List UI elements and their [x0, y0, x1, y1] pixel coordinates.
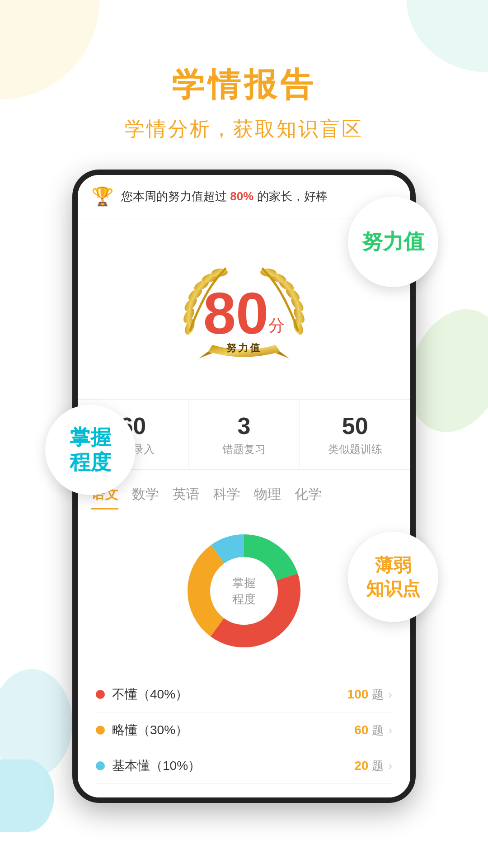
trophy-icon: 🏆 — [91, 186, 114, 207]
stat-label-1: 错题复习 — [193, 442, 295, 457]
badge-mastery-text: 掌握程度 — [70, 425, 111, 475]
subject-tabs[interactable]: 语文 数学 英语 科学 物理 化学 — [78, 474, 410, 509]
badge-effort-text: 努力值 — [362, 229, 424, 254]
legend-arrow-2: › — [388, 759, 392, 773]
subject-tab-english[interactable]: 英语 — [173, 485, 200, 509]
subject-tab-physics[interactable]: 物理 — [254, 485, 281, 509]
stat-item-wrong-review: 3 错题复习 — [189, 400, 300, 469]
legend-label-0: 不懂（40%） — [112, 686, 347, 703]
legend-dot-2 — [96, 761, 105, 770]
notif-percent: 80% — [230, 189, 253, 203]
phone-container: 努力值 掌握程度 薄弱知识点 🏆 您本周的努力值超过 80% 的家长，好棒 — [59, 170, 429, 803]
subject-tab-science[interactable]: 科学 — [213, 485, 240, 509]
notification-text: 您本周的努力值超过 80% 的家长，好棒 — [121, 189, 328, 204]
laurel-container: 努力值 80分 — [158, 236, 330, 381]
score-display: 80分 — [203, 284, 285, 343]
legend-unit-2: 题 — [372, 758, 384, 774]
legend-unit-1: 题 — [372, 722, 384, 738]
legend-count-1: 60 — [354, 723, 368, 737]
donut-center-label: 掌握程度 — [232, 575, 256, 608]
legend-count-2: 20 — [354, 759, 368, 773]
header: 学情报告 学情分析，获取知识盲区 — [0, 0, 488, 142]
legend-item-2[interactable]: 基本懂（10%） 20 题 › — [96, 748, 392, 784]
badge-mastery: 掌握程度 — [45, 405, 136, 495]
bg-decoration-bottom-left2 — [0, 760, 54, 832]
legend-label-1: 略懂（30%） — [112, 722, 354, 739]
stat-label-2: 类似题训练 — [304, 442, 406, 457]
legend-label-2: 基本懂（10%） — [112, 757, 354, 774]
page-subtitle: 学情分析，获取知识盲区 — [0, 116, 488, 142]
stat-item-similar: 50 类似题训练 — [300, 400, 410, 469]
subject-tab-math[interactable]: 数学 — [132, 485, 159, 509]
badge-weak: 薄弱知识点 — [348, 532, 438, 622]
score-unit: 分 — [268, 316, 285, 335]
score-number: 80 — [203, 280, 269, 346]
legend-item-1[interactable]: 略懂（30%） 60 题 › — [96, 712, 392, 748]
stat-number-1: 3 — [193, 412, 295, 439]
legend-dot-0 — [96, 690, 105, 699]
legend-count-0: 100 — [347, 687, 369, 702]
stat-number-2: 50 — [304, 412, 406, 439]
legend-arrow-0: › — [388, 688, 392, 702]
legend-item-0[interactable]: 不懂（40%） 100 题 › — [96, 677, 392, 712]
badge-effort: 努力值 — [348, 197, 438, 287]
subject-tab-chemistry[interactable]: 化学 — [295, 485, 322, 509]
donut-chart: 掌握程度 — [176, 523, 312, 659]
legend-dot-1 — [96, 726, 105, 735]
legend-list: 不懂（40%） 100 题 › 略懂（30%） 60 题 › 基本懂（10%） … — [78, 672, 410, 797]
badge-weak-text: 薄弱知识点 — [366, 553, 420, 600]
page-title: 学情报告 — [0, 63, 488, 107]
legend-unit-0: 题 — [372, 687, 384, 703]
legend-arrow-1: › — [388, 723, 392, 737]
